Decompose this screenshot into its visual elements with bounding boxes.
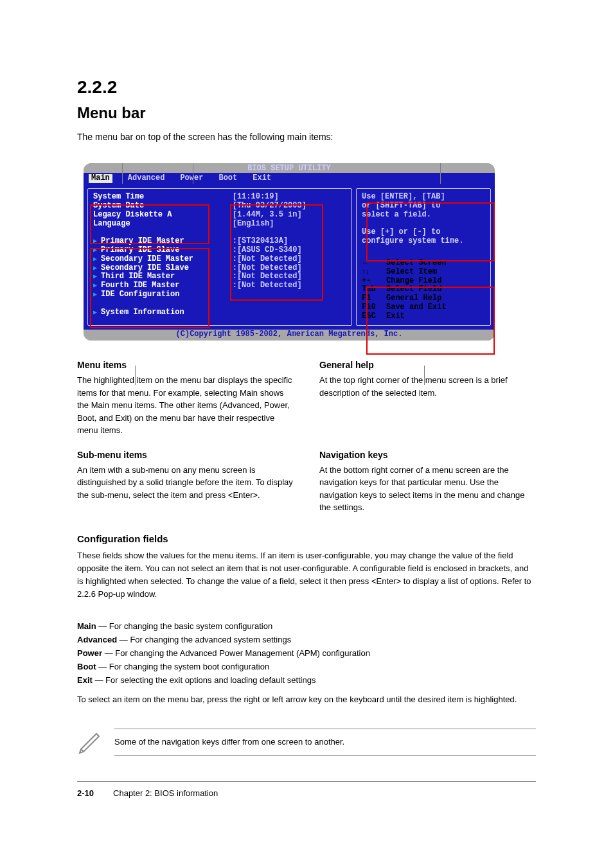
menu-name: Main — [77, 621, 96, 631]
callout-body: At the top right corner of the menu scre… — [319, 374, 536, 399]
section-title: Menu bar — [77, 104, 536, 122]
callout-title: Menu items — [77, 360, 294, 370]
callout-title: Configuration fields — [77, 533, 536, 544]
menu-name: Exit — [77, 675, 93, 685]
item-label: System Time — [93, 193, 233, 202]
item-value: [11:10:19] — [233, 193, 346, 202]
callout-title: General help — [319, 360, 536, 370]
chapter-title: Chapter 2: BIOS information — [113, 788, 218, 798]
callout-box-general-help — [366, 202, 495, 261]
tab-main: Main — [89, 174, 112, 183]
page-footer: 2-10 Chapter 2: BIOS information — [77, 781, 536, 798]
callout-title: Navigation keys — [319, 450, 536, 460]
callout-body: The highlighted item on the menu bar dis… — [77, 374, 294, 437]
tab-boot: Boot — [218, 174, 237, 183]
key: +- — [362, 277, 386, 286]
callout-box-submenu — [90, 248, 209, 328]
callout-title: Sub-menu items — [77, 450, 294, 460]
menu-desc-text: For changing the advanced system setting… — [130, 635, 291, 644]
key-desc: Change Field — [386, 277, 441, 286]
tab-advanced: Advanced — [128, 174, 165, 183]
key-desc: Select Item — [386, 268, 437, 277]
note-icon — [77, 729, 103, 754]
bios-title: BIOS SETUP UTILITY — [84, 163, 495, 173]
menu-tail-text: To select an item on the menu bar, press… — [77, 693, 536, 707]
menu-desc-text: For changing the system boot configurati… — [109, 662, 269, 671]
callout-general-help: General help At the top right corner of … — [319, 360, 536, 437]
key: ↑↓ — [362, 268, 386, 277]
callout-nav-keys: Navigation keys At the bottom right corn… — [319, 450, 536, 514]
callout-box-config-fields — [230, 204, 323, 301]
callout-menu-items: Menu items The highlighted item on the m… — [77, 360, 294, 437]
menu-name: Advanced — [77, 635, 117, 644]
callout-box-nav-keys — [366, 287, 495, 355]
callout-sub-menu: Sub-menu items An item with a sub-menu o… — [77, 450, 294, 514]
bios-menubar: Main Advanced Power Boot Exit — [84, 173, 495, 184]
callout-box-menu-items — [90, 204, 209, 244]
lead-paragraph: The menu bar on top of the screen has th… — [77, 131, 536, 144]
tab-exit: Exit — [253, 174, 271, 183]
callout-body: At the bottom right corner of a menu scr… — [319, 464, 536, 514]
bios-screenshot: BIOS SETUP UTILITY Main Advanced Power B… — [84, 163, 508, 341]
callout-body: These fields show the values for the men… — [77, 549, 536, 601]
menu-desc-text: For selecting the exit options and loadi… — [105, 675, 315, 685]
menu-desc-text: For changing the basic system configurat… — [109, 621, 272, 631]
note-text: Some of the navigation keys differ from … — [114, 729, 536, 755]
menu-desc-text: For changing the Advanced Power Manageme… — [115, 648, 370, 658]
help-line: Use [ENTER], [TAB] — [362, 193, 485, 202]
callout-body: An item with a sub-menu on any menu scre… — [77, 464, 294, 502]
section-number: 2.2.2 — [77, 77, 536, 98]
page-number: 2-10 — [77, 788, 94, 798]
config-fields-section: Configuration fields These fields show t… — [77, 533, 536, 601]
tab-power: Power — [180, 174, 203, 183]
menu-name: Boot — [77, 662, 96, 671]
menu-descriptions: Main — For changing the basic system con… — [77, 620, 536, 707]
note-block: Some of the navigation keys differ from … — [77, 729, 536, 756]
menu-name: Power — [77, 648, 102, 658]
